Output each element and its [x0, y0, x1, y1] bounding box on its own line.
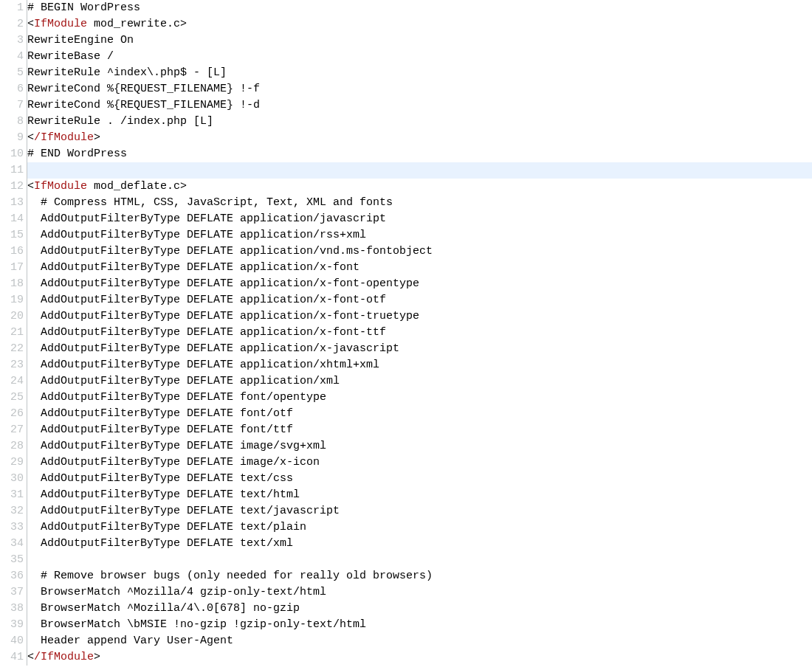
line-number: 37 — [0, 584, 24, 601]
code-line[interactable]: # BEGIN WordPress — [27, 0, 812, 16]
code-line[interactable]: AddOutputFilterByType DEFLATE applicatio… — [27, 227, 812, 243]
line-number: 3 — [0, 32, 24, 49]
line-number: 18 — [0, 276, 24, 292]
code-token: mod_deflate.c — [87, 180, 180, 193]
code-token: RewriteCond %{REQUEST_FILENAME} !-d — [27, 99, 260, 111]
code-line[interactable]: <IfModule mod_deflate.c> — [27, 179, 812, 195]
code-line[interactable] — [27, 552, 812, 568]
code-line[interactable]: AddOutputFilterByType DEFLATE text/css — [27, 471, 812, 487]
code-token: AddOutputFilterByType DEFLATE applicatio… — [27, 245, 433, 258]
line-number: 23 — [0, 357, 24, 373]
code-line[interactable]: AddOutputFilterByType DEFLATE applicatio… — [27, 243, 812, 260]
code-line[interactable]: AddOutputFilterByType DEFLATE applicatio… — [27, 308, 812, 325]
line-number: 32 — [0, 503, 24, 519]
line-number: 19 — [0, 292, 24, 308]
line-number: 25 — [0, 390, 24, 406]
line-number: 34 — [0, 536, 24, 552]
code-token: < — [27, 131, 34, 144]
code-line[interactable]: AddOutputFilterByType DEFLATE image/svg+… — [27, 438, 812, 455]
code-token: < — [27, 651, 34, 663]
code-line[interactable]: AddOutputFilterByType DEFLATE applicatio… — [27, 357, 812, 373]
code-token: AddOutputFilterByType DEFLATE applicatio… — [27, 229, 366, 241]
code-line[interactable]: AddOutputFilterByType DEFLATE text/html — [27, 487, 812, 503]
code-line[interactable]: # Compress HTML, CSS, JavaScript, Text, … — [27, 195, 812, 211]
line-number: 17 — [0, 260, 24, 276]
code-token: AddOutputFilterByType DEFLATE text/plain — [27, 521, 306, 533]
code-token: AddOutputFilterByType DEFLATE applicatio… — [27, 326, 386, 339]
code-token: Header append Vary User-Agent — [27, 635, 233, 647]
code-token: IfModule — [34, 18, 87, 30]
line-number: 33 — [0, 519, 24, 536]
code-area[interactable]: # BEGIN WordPress<IfModule mod_rewrite.c… — [27, 0, 812, 666]
line-number: 14 — [0, 211, 24, 227]
code-line[interactable]: # END WordPress — [27, 146, 812, 162]
code-editor[interactable]: 1234567891011121314151617181920212223242… — [0, 0, 812, 666]
code-line[interactable]: RewriteRule . /index.php [L] — [27, 114, 812, 130]
code-token: > — [94, 651, 100, 663]
code-token: AddOutputFilterByType DEFLATE font/otf — [27, 407, 293, 420]
line-number: 27 — [0, 422, 24, 438]
code-line[interactable]: RewriteEngine On — [27, 32, 812, 49]
code-line[interactable]: AddOutputFilterByType DEFLATE applicatio… — [27, 211, 812, 227]
code-line[interactable]: </IfModule> — [27, 649, 812, 666]
code-token: AddOutputFilterByType DEFLATE applicatio… — [27, 359, 379, 371]
code-line[interactable]: # Remove browser bugs (only needed for r… — [27, 568, 812, 584]
code-token: AddOutputFilterByType DEFLATE font/opent… — [27, 391, 326, 404]
line-number: 5 — [0, 65, 24, 81]
code-token: BrowserMatch \bMSIE !no-gzip !gzip-only-… — [27, 618, 366, 631]
code-line[interactable]: AddOutputFilterByType DEFLATE text/plain — [27, 519, 812, 536]
line-number-gutter: 1234567891011121314151617181920212223242… — [0, 0, 27, 666]
code-line[interactable]: AddOutputFilterByType DEFLATE applicatio… — [27, 260, 812, 276]
code-line[interactable]: AddOutputFilterByType DEFLATE image/x-ic… — [27, 455, 812, 471]
line-number: 8 — [0, 114, 24, 130]
code-line[interactable]: AddOutputFilterByType DEFLATE applicatio… — [27, 292, 812, 308]
code-line[interactable]: RewriteBase / — [27, 49, 812, 65]
line-number: 21 — [0, 325, 24, 341]
line-number: 40 — [0, 633, 24, 649]
code-token: > — [180, 18, 187, 30]
code-line[interactable]: </IfModule> — [27, 130, 812, 146]
code-line[interactable]: AddOutputFilterByType DEFLATE text/javas… — [27, 503, 812, 519]
code-token: < — [27, 18, 34, 30]
line-number: 13 — [0, 195, 24, 211]
code-token: RewriteRule . /index.php [L] — [27, 115, 213, 128]
line-number: 2 — [0, 16, 24, 32]
code-line[interactable]: RewriteRule ^index\.php$ - [L] — [27, 65, 812, 81]
code-line[interactable]: AddOutputFilterByType DEFLATE font/opent… — [27, 390, 812, 406]
code-line[interactable]: <IfModule mod_rewrite.c> — [27, 16, 812, 32]
code-line[interactable]: BrowserMatch ^Mozilla/4\.0[678] no-gzip — [27, 601, 812, 617]
code-token: RewriteEngine On — [27, 34, 134, 46]
line-number: 16 — [0, 243, 24, 260]
line-number: 10 — [0, 146, 24, 162]
code-line[interactable]: BrowserMatch ^Mozilla/4 gzip-only-text/h… — [27, 584, 812, 601]
code-line[interactable]: RewriteCond %{REQUEST_FILENAME} !-d — [27, 97, 812, 114]
code-line[interactable]: Header append Vary User-Agent — [27, 633, 812, 649]
code-token: # END WordPress — [27, 148, 127, 160]
code-line[interactable]: AddOutputFilterByType DEFLATE applicatio… — [27, 341, 812, 357]
line-number: 12 — [0, 179, 24, 195]
line-number: 1 — [0, 0, 24, 16]
line-number: 38 — [0, 601, 24, 617]
code-line[interactable]: AddOutputFilterByType DEFLATE applicatio… — [27, 325, 812, 341]
line-number: 20 — [0, 308, 24, 325]
code-line[interactable]: AddOutputFilterByType DEFLATE font/ttf — [27, 422, 812, 438]
code-token: # Remove browser bugs (only needed for r… — [27, 570, 433, 582]
code-line[interactable]: AddOutputFilterByType DEFLATE text/xml — [27, 536, 812, 552]
code-line[interactable]: AddOutputFilterByType DEFLATE applicatio… — [27, 373, 812, 390]
code-token: AddOutputFilterByType DEFLATE applicatio… — [27, 375, 340, 387]
code-token: AddOutputFilterByType DEFLATE font/ttf — [27, 424, 293, 436]
code-token: IfModule — [41, 651, 94, 663]
code-line[interactable]: RewriteCond %{REQUEST_FILENAME} !-f — [27, 81, 812, 97]
code-line[interactable] — [27, 162, 812, 179]
line-number: 7 — [0, 97, 24, 114]
code-line[interactable]: BrowserMatch \bMSIE !no-gzip !gzip-only-… — [27, 617, 812, 633]
code-token: mod_rewrite.c — [87, 18, 180, 30]
code-token: / — [34, 131, 41, 144]
line-number: 15 — [0, 227, 24, 243]
code-token: AddOutputFilterByType DEFLATE applicatio… — [27, 342, 399, 355]
line-number: 36 — [0, 568, 24, 584]
line-number: 11 — [0, 162, 24, 179]
code-line[interactable]: AddOutputFilterByType DEFLATE applicatio… — [27, 276, 812, 292]
line-number: 26 — [0, 406, 24, 422]
code-line[interactable]: AddOutputFilterByType DEFLATE font/otf — [27, 406, 812, 422]
